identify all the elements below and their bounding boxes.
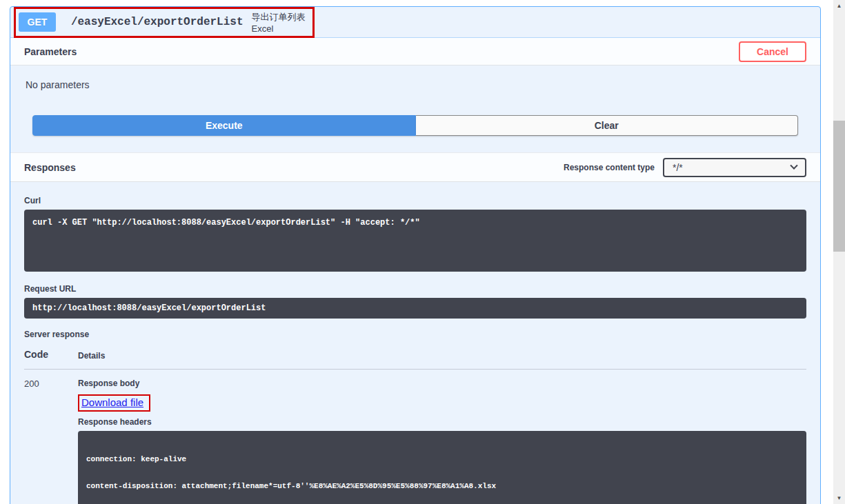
content-type-value: */*	[673, 162, 683, 173]
content-type-wrap: Response content type */*	[564, 158, 806, 177]
code-column-header: Code	[24, 349, 78, 361]
download-file-link[interactable]: Download file	[81, 396, 143, 408]
endpoint-summary[interactable]: GET /easyExcel/exportOrderList 导出订单列表Exc…	[10, 7, 820, 38]
responses-header: Responses Response content type */*	[10, 152, 820, 182]
response-header-line: content-disposition: attachment;filename…	[86, 482, 798, 491]
scrollbar-thumb[interactable]	[833, 121, 845, 252]
request-url-value: http://localhost:8088/easyExcel/exportOr…	[24, 298, 806, 319]
chevron-down-icon	[790, 161, 797, 169]
no-parameters-text: No parameters	[10, 65, 820, 115]
execute-row: Execute Clear	[10, 115, 820, 136]
endpoint-annotation-box: GET /easyExcel/exportOrderList 导出订单列表Exc…	[14, 7, 315, 38]
response-header-line: connection: keep-alive	[86, 455, 798, 464]
responses-body: Curl curl -X GET "http://localhost:8088/…	[10, 182, 820, 504]
details-column-header: Details	[78, 349, 105, 361]
table-row: 200 Response body Download file Response…	[24, 370, 806, 504]
curl-command[interactable]: curl -X GET "http://localhost:8088/easyE…	[24, 210, 806, 272]
clear-button[interactable]: Clear	[416, 115, 799, 136]
parameters-title: Parameters	[24, 46, 77, 57]
response-content-type-select[interactable]: */*	[663, 158, 806, 177]
endpoint-description: 导出订单列表Excel	[252, 11, 310, 34]
curl-label: Curl	[24, 196, 806, 205]
response-body-label: Response body	[78, 379, 806, 388]
parameters-header: Parameters Cancel	[10, 38, 820, 65]
response-headers-block: connection: keep-alive content-dispositi…	[78, 431, 806, 504]
execute-button[interactable]: Execute	[32, 115, 416, 136]
scroll-up-icon[interactable]: ▲	[833, 0, 845, 12]
responses-title: Responses	[24, 162, 76, 173]
scroll-down-icon[interactable]: ▼	[833, 492, 845, 504]
request-url-label: Request URL	[24, 284, 806, 294]
status-code: 200	[24, 379, 78, 504]
method-badge: GET	[19, 12, 56, 32]
details-cell: Response body Download file Response hea…	[78, 379, 806, 504]
cancel-button[interactable]: Cancel	[739, 41, 806, 62]
server-response-table-header: Code Details	[24, 343, 806, 370]
response-headers-label: Response headers	[78, 417, 806, 427]
endpoint-path: /easyExcel/exportOrderList	[71, 16, 243, 28]
server-response-table: Code Details 200 Response body Download …	[24, 343, 806, 504]
content-type-label: Response content type	[564, 163, 655, 172]
vertical-scrollbar[interactable]: ▲ ▼	[833, 0, 845, 504]
swagger-page: GET /easyExcel/exportOrderList 导出订单列表Exc…	[0, 0, 845, 504]
download-annotation-box: Download file	[78, 394, 150, 412]
opblock-get: GET /easyExcel/exportOrderList 导出订单列表Exc…	[10, 6, 821, 504]
server-response-title: Server response	[24, 330, 806, 339]
